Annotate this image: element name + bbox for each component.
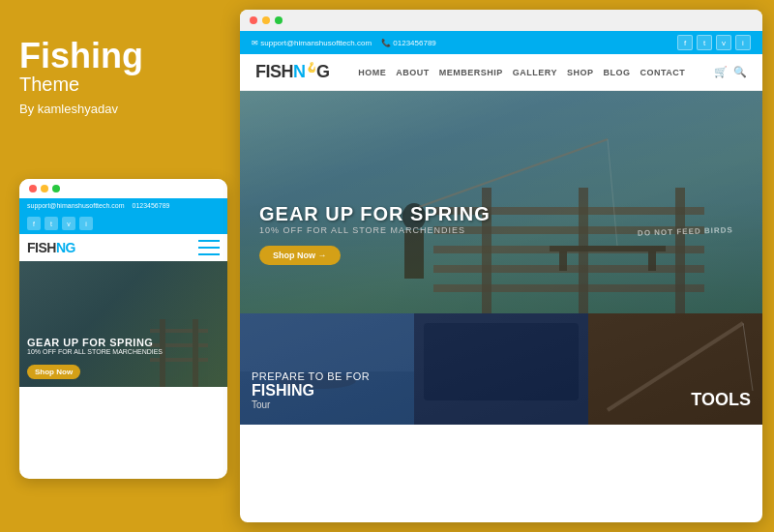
desktop-shop-btn[interactable]: Shop Now (259, 246, 341, 265)
left-panel: Fishing Theme By kamleshyadav (19, 39, 213, 135)
bottom-cards: PREPARE TO BE FOR FISHING Tour TOOLS (240, 313, 762, 425)
mobile-hero-content: GEAR UP FOR SPRING 10% OFF FOR ALL STORE… (27, 337, 220, 379)
desktop-hero-content: GEAR UP FOR SPRING 10% OFF FOR ALL STORE… (259, 203, 491, 265)
mobile-email: support@himanshusofttech.com (27, 202, 125, 209)
nav-about[interactable]: ABOUT (396, 68, 430, 77)
desktop-dot-yellow (262, 16, 270, 24)
mobile-logo-highlight: NG (56, 240, 75, 255)
card-tools: TOOLS (588, 313, 762, 425)
mobile-facebook-icon[interactable]: f (27, 217, 41, 230)
desktop-topbar: ✉ support@himanshusofttech.com 📞 0123456… (240, 31, 762, 54)
nav-contact[interactable]: CONTACT (640, 68, 685, 77)
theme-subtitle: Theme (19, 74, 213, 96)
desktop-topbar-left: ✉ support@himanshusofttech.com 📞 0123456… (252, 39, 436, 47)
desktop-navbar: FISHN🪝G HOME ABOUT MEMBERSHIP GALLERY SH… (240, 54, 762, 91)
desktop-nav-links: HOME ABOUT MEMBERSHIP GALLERY SHOP BLOG … (358, 68, 685, 77)
desktop-chrome-bar (240, 10, 762, 31)
mobile-shop-btn[interactable]: Shop Now (27, 365, 80, 379)
mobile-logo: FISHNG (27, 240, 75, 255)
search-icon[interactable]: 🔍 (733, 66, 747, 78)
card1-subtext: Tour (252, 399, 370, 410)
card-middle (414, 313, 588, 425)
nav-gallery[interactable]: GALLERY (513, 68, 557, 77)
card2-bg-svg (414, 313, 588, 425)
svg-rect-25 (424, 323, 579, 400)
mobile-topbar-info: support@himanshusofttech.com 0123456789 (19, 198, 227, 213)
desktop-logo-highlight: N (293, 62, 306, 81)
mobile-hero-title: GEAR UP FOR SPRING (27, 337, 220, 348)
desktop-hero: DO NOT FEED BIRDS GEAR UP FOR SPRING 10%… (240, 91, 762, 313)
nav-icons: 🛒 🔍 (714, 66, 747, 78)
desktop-email: ✉ support@himanshusofttech.com (252, 39, 372, 47)
hamburger-line-1 (198, 240, 220, 242)
desktop-logo: FISHN🪝G (255, 62, 330, 82)
mobile-social-bar: f t v i (19, 213, 227, 234)
mobile-phone: 0123456789 (133, 202, 170, 209)
mobile-vimeo-icon[interactable]: v (62, 217, 75, 230)
hero-scene-svg (240, 91, 762, 313)
svg-rect-14 (550, 246, 666, 251)
mobile-mockup: support@himanshusofttech.com 0123456789 … (19, 179, 227, 479)
mobile-chrome-bar (19, 179, 227, 198)
nav-shop[interactable]: SHOP (567, 68, 594, 77)
svg-rect-0 (150, 329, 208, 333)
nav-blog[interactable]: BLOG (603, 68, 630, 77)
theme-title: Fishing (19, 39, 213, 74)
desktop-vimeo-icon[interactable]: v (716, 35, 731, 50)
svg-rect-10 (433, 284, 704, 292)
svg-rect-15 (559, 251, 567, 271)
mobile-instagram-icon[interactable]: i (79, 217, 93, 230)
dot-yellow (41, 185, 48, 192)
hamburger-menu[interactable] (198, 240, 220, 255)
mobile-hero: GEAR UP FOR SPRING 10% OFF FOR ALL STORE… (19, 261, 227, 387)
hamburger-line-3 (198, 253, 220, 255)
desktop-twitter-icon[interactable]: t (697, 35, 712, 50)
desktop-topbar-right: f t v i (677, 35, 751, 50)
card3-label: TOOLS (691, 390, 751, 410)
svg-rect-16 (648, 251, 656, 271)
svg-rect-13 (675, 188, 685, 313)
hamburger-line-2 (198, 247, 220, 249)
nav-home[interactable]: HOME (358, 68, 386, 77)
desktop-dot-green (275, 16, 283, 24)
mobile-twitter-icon[interactable]: t (45, 217, 58, 230)
nav-membership[interactable]: MEMBERSHIP (439, 68, 503, 77)
desktop-hero-subtitle: 10% OFF FOR ALL STORE MARCHENDIES (259, 225, 491, 235)
card1-maintext: FISHING (252, 382, 370, 399)
mobile-navbar: FISHNG (19, 234, 227, 261)
dot-red (29, 185, 37, 192)
card-fishing: PREPARE TO BE FOR FISHING Tour (240, 313, 414, 425)
card1-label: PREPARE TO BE FOR FISHING Tour (252, 370, 370, 410)
desktop-instagram-icon[interactable]: i (735, 35, 751, 50)
card3-maintext: TOOLS (691, 390, 751, 410)
desktop-dot-red (250, 16, 257, 24)
author-label: By kamleshyadav (19, 102, 213, 116)
card1-pretext: PREPARE TO BE FOR (252, 370, 370, 382)
desktop-facebook-icon[interactable]: f (677, 35, 693, 50)
dot-green (52, 185, 60, 192)
desktop-hero-title: GEAR UP FOR SPRING (259, 203, 491, 225)
svg-rect-9 (433, 265, 704, 273)
desktop-mockup: ✉ support@himanshusofttech.com 📞 0123456… (240, 10, 762, 522)
cart-icon[interactable]: 🛒 (714, 66, 728, 78)
mobile-hero-subtitle: 10% OFF FOR ALL STORE MARCHENDIES (27, 348, 220, 355)
mobile-contact-info: support@himanshusofttech.com 0123456789 (27, 202, 169, 209)
desktop-phone: 📞 0123456789 (381, 39, 436, 47)
